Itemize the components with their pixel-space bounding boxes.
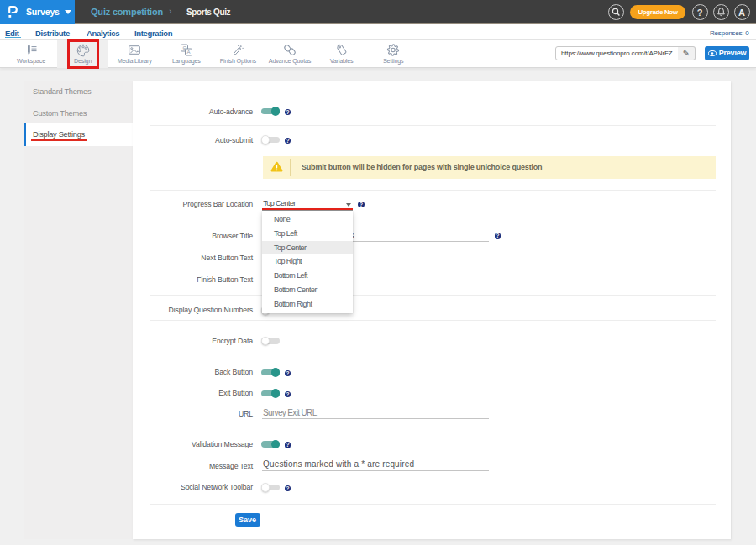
svg-text:A: A	[186, 50, 190, 55]
